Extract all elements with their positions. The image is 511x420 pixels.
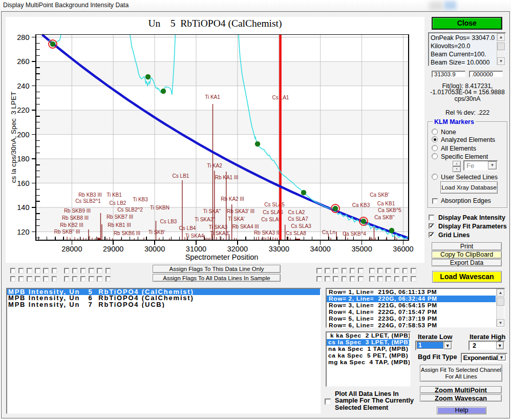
svg-text:Cs LA2: Cs LA2 bbox=[288, 209, 305, 215]
svg-text:Cs LB3: Cs LB3 bbox=[160, 219, 177, 224]
svg-text:Rb SKB9 III: Rb SKB9 III bbox=[64, 208, 91, 214]
svg-text:Ca SKB^5: Ca SKB^5 bbox=[378, 207, 401, 213]
svg-text:Rb SKA3 III: Rb SKA3 III bbox=[254, 230, 281, 236]
svg-text:Rb KB2 III: Rb KB2 III bbox=[60, 222, 83, 228]
svg-text:Rb SKB8 III: Rb SKB8 III bbox=[62, 215, 89, 221]
svg-text:Cs SLA7: Cs SLA7 bbox=[288, 216, 308, 222]
svg-text:160: 160 bbox=[17, 179, 29, 187]
svg-text:Cs SLA5: Cs SLA5 bbox=[264, 202, 285, 207]
svg-text:180: 180 bbox=[17, 155, 29, 163]
svg-text:120: 120 bbox=[17, 228, 29, 236]
svg-text:Ti KA1: Ti KA1 bbox=[205, 94, 220, 100]
svg-text:28000: 28000 bbox=[61, 245, 82, 253]
svg-text:Ca SKB': Ca SKB' bbox=[370, 192, 389, 198]
svg-text:Ti KA2: Ti KA2 bbox=[207, 163, 222, 169]
svg-text:Cs SLB2^1: Cs SLB2^1 bbox=[75, 198, 101, 204]
svg-text:33000: 33000 bbox=[269, 245, 289, 253]
svg-text:240: 240 bbox=[17, 82, 29, 90]
svg-text:220: 220 bbox=[17, 106, 29, 114]
svg-text:Ca KB3: Ca KB3 bbox=[352, 202, 370, 208]
svg-text:Rb KB3 III: Rb KB3 III bbox=[78, 192, 102, 198]
svg-text:Cs LB4: Cs LB4 bbox=[179, 225, 196, 231]
svg-text:32000: 32000 bbox=[227, 245, 248, 253]
svg-text:Rb SKA3' III: Rb SKA3' III bbox=[227, 208, 254, 214]
svg-text:260: 260 bbox=[17, 57, 29, 66]
svg-text:36000: 36000 bbox=[393, 245, 413, 253]
svg-text:140: 140 bbox=[17, 203, 29, 212]
svg-text:Rb SKB6 III: Rb SKB6 III bbox=[114, 230, 140, 236]
svg-text:Cs SLA8: Cs SLA8 bbox=[286, 230, 306, 236]
svg-text:Spectrometer Position: Spectrometer Position bbox=[185, 253, 259, 261]
svg-text:Ti SKA': Ti SKA' bbox=[228, 216, 245, 222]
svg-text:Ti SKBN: Ti SKBN bbox=[150, 205, 169, 211]
svg-text:Ti SKA3'': Ti SKA3'' bbox=[195, 217, 215, 222]
svg-text:Cs LB1: Cs LB1 bbox=[173, 173, 189, 179]
svg-text:Ca SKB'': Ca SKB'' bbox=[374, 215, 394, 220]
svg-text:cs la cps/30nA, Spec 3 LPET: cs la cps/30nA, Spec 3 LPET bbox=[10, 92, 17, 183]
svg-text:31000: 31000 bbox=[186, 245, 206, 253]
svg-text:Rb SKB'' III: Rb SKB'' III bbox=[54, 229, 80, 235]
svg-text:Cs LB2: Cs LB2 bbox=[110, 200, 126, 206]
svg-text:200: 200 bbox=[17, 131, 29, 139]
svg-text:35000: 35000 bbox=[351, 245, 372, 253]
svg-text:Cs SLA9: Cs SLA9 bbox=[261, 217, 282, 222]
svg-text:Ca KB1: Ca KB1 bbox=[377, 201, 395, 206]
svg-text:280: 280 bbox=[17, 33, 29, 41]
svg-text:Cs SLB2^2: Cs SLB2^2 bbox=[117, 207, 143, 213]
svg-text:Ca SKB^4: Ca SKB^4 bbox=[343, 231, 366, 237]
svg-text:Cs SLA3: Cs SLA3 bbox=[291, 223, 311, 229]
svg-text:Ti SKA3: Ti SKA3 bbox=[209, 224, 228, 230]
svg-text:Ti SKB': Ti SKB' bbox=[148, 229, 165, 235]
svg-text:29000: 29000 bbox=[103, 245, 123, 253]
svg-text:34000: 34000 bbox=[310, 245, 331, 253]
svg-text:Rb KA1 III: Rb KA1 III bbox=[215, 175, 239, 180]
svg-text:Rb KA2 III: Rb KA2 III bbox=[221, 196, 244, 202]
svg-text:Ti KB3: Ti KB3 bbox=[133, 197, 148, 202]
svg-text:Ti SKA'': Ti SKA'' bbox=[203, 208, 221, 214]
svg-text:Un 5 RbTiOPO4 (CalChemist): Un 5 RbTiOPO4 (CalChemist) bbox=[148, 18, 282, 29]
svg-text:Rb SKB7 III: Rb SKB7 III bbox=[107, 214, 133, 220]
svg-text:30000: 30000 bbox=[144, 245, 165, 253]
svg-text:Ti KB1: Ti KB1 bbox=[107, 192, 122, 198]
svg-text:Rb SKA4 III: Rb SKA4 III bbox=[232, 224, 259, 229]
svg-text:Rb KB1 III: Rb KB1 III bbox=[108, 222, 131, 228]
